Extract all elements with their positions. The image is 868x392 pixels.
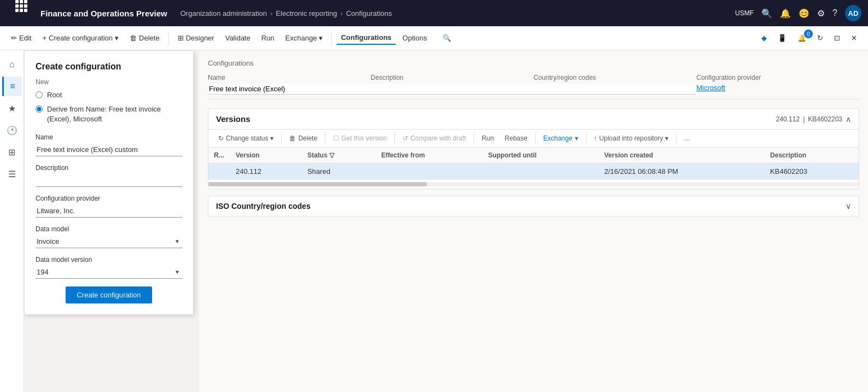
bell-icon[interactable]: 🔔 [780,8,791,19]
sidebar-list-icon[interactable]: ≡ [2,77,22,96]
cell-description: KB4602203 [765,163,859,180]
radio-root-item[interactable]: Root [36,90,182,100]
help-icon[interactable]: ? [832,8,837,18]
table-row[interactable]: 240.112 Shared 2/16/2021 06:08:48 PM KB4… [208,163,859,180]
configurations-tab[interactable]: Configurations [336,31,395,45]
radio-derive-item[interactable]: Derive from Name: Free text invoice (Exc… [36,104,182,124]
radio-root-label[interactable]: Root [47,90,62,100]
col-label-description: Description [371,74,534,81]
col-header-version[interactable]: Version [230,148,302,163]
radio-derive-label[interactable]: Derive from Name: Free text invoice (Exc… [47,104,182,124]
create-configuration-button[interactable]: + Create configuration ▾ [38,32,123,44]
edit-button[interactable]: ✏ Edit [7,32,36,44]
plus-icon: + [42,34,46,42]
designer-button[interactable]: ⊞ Designer [173,32,219,44]
diamond-icon-btn[interactable]: ◆ [757,32,771,44]
filter-icon[interactable]: ▽ [329,151,334,159]
panel-area: Create configuration New Root Derive fro… [24,50,868,392]
versions-collapse-icon[interactable]: ∧ [846,115,851,124]
iso-expand-icon[interactable]: ∨ [846,202,851,210]
face-icon[interactable]: 😊 [799,8,809,19]
versions-delete-icon: 🗑 [289,134,296,142]
vtoolbar-sep-5 [535,133,535,144]
versions-exchange-button[interactable]: Exchange ▾ [539,133,582,144]
toolbar-search-icon[interactable]: 🔍 [438,32,456,44]
config-provider-input[interactable] [36,204,182,218]
config-header: Name Description Country/region codes Co… [208,74,859,100]
name-input[interactable] [36,143,182,156]
phone-icon-btn[interactable]: 📱 [773,32,791,44]
name-field-group: Name [36,133,182,156]
search-icon[interactable]: 🔍 [761,8,772,19]
config-provider-value[interactable]: Microsoft [696,84,859,92]
col-header-effective-from[interactable]: Effective from [376,148,483,163]
versions-delete-button[interactable]: 🗑 Delete [285,133,322,144]
versions-section: Versions 240.112 | KB4602203 ∧ ↻ Change … [208,108,859,189]
notification-badge: 0 [804,30,813,38]
breadcrumb-item-3[interactable]: Configurations [346,9,392,17]
data-model-version-select[interactable]: 194 [36,266,182,279]
sidebar-star-icon[interactable]: ★ [2,98,22,118]
exchange-button[interactable]: Exchange ▾ [281,32,328,44]
versions-more-button[interactable]: ... [680,133,694,144]
description-input[interactable] [36,174,182,187]
sidebar-home-icon[interactable]: ⌂ [2,55,22,74]
delete-button[interactable]: 🗑 Delete [125,32,164,44]
compare-with-draft-button[interactable]: ↺ Compare with draft [398,133,470,144]
compare-icon: ↺ [403,134,408,142]
trash-icon: 🗑 [130,34,137,42]
radio-root-input[interactable] [36,91,43,98]
upload-icon: ↑ [594,134,597,142]
col-header-r: R... [208,148,230,163]
change-status-button[interactable]: ↻ Change status ▾ [214,133,278,144]
versions-meta: 240.112 | KB4602203 ∧ [776,115,851,124]
validate-button[interactable]: Validate [221,32,255,44]
upload-repository-button[interactable]: ↑ Upload into repository ▾ [590,133,673,144]
run-button[interactable]: Run [257,32,279,44]
horizontal-scrollbar[interactable] [208,182,859,186]
edit-icon: ✏ [11,34,17,42]
data-model-select-wrapper: Invoice [36,235,182,248]
sidebar-grid-icon[interactable]: ⊞ [2,142,22,162]
get-version-icon: ☐ [333,134,339,142]
config-country-input[interactable] [534,84,697,95]
breadcrumb-item-1[interactable]: Organization administration [180,9,267,17]
get-this-version-button[interactable]: ☐ Get this version [329,133,391,144]
radio-derive-input[interactable] [36,106,43,113]
versions-rebase-button[interactable]: Rebase [500,133,532,144]
vtoolbar-sep-7 [676,133,677,144]
data-model-version-field-group: Data model version 194 [36,256,182,279]
vtoolbar-sep-6 [586,133,586,144]
open-new-btn[interactable]: ⊡ [830,32,844,44]
close-btn[interactable]: ✕ [847,32,861,44]
options-tab[interactable]: Options [398,32,432,44]
apps-grid-icon[interactable] [7,0,36,28]
radio-group: Root Derive from Name: Free text invoice… [36,90,182,125]
create-configuration-panel: Create configuration New Root Derive fro… [24,50,194,315]
create-configuration-submit-button[interactable]: Create configuration [66,286,152,303]
new-label: New [36,78,182,86]
avatar[interactable]: AD [845,5,861,21]
settings-icon[interactable]: ⚙ [817,8,825,19]
cell-status: Shared [302,163,376,180]
vtoolbar-sep-3 [394,133,395,144]
scrollbar-thumb[interactable] [208,182,427,186]
col-header-description[interactable]: Description [765,148,859,163]
refresh-icon-btn[interactable]: ↻ [813,32,828,44]
breadcrumb-sep-1: › [270,9,272,17]
name-field-label: Name [36,133,182,141]
col-header-supported-until[interactable]: Supported until [482,148,598,163]
vtoolbar-sep-2 [325,133,325,144]
col-header-version-created[interactable]: Version created [599,148,765,163]
change-status-chevron: ▾ [270,134,273,142]
sidebar-clock-icon[interactable]: 🕐 [2,120,22,140]
config-col-description: Description [371,74,534,95]
config-name-input[interactable] [208,84,371,95]
data-model-select[interactable]: Invoice [36,235,182,248]
config-description-input[interactable] [371,84,534,95]
versions-run-button[interactable]: Run [477,133,498,144]
versions-header: Versions 240.112 | KB4602203 ∧ [208,109,859,130]
sidebar-menu-icon[interactable]: ☰ [2,164,22,184]
breadcrumb-item-2[interactable]: Electronic reporting [276,9,337,17]
iso-header[interactable]: ISO Country/region codes ∨ [208,196,859,216]
